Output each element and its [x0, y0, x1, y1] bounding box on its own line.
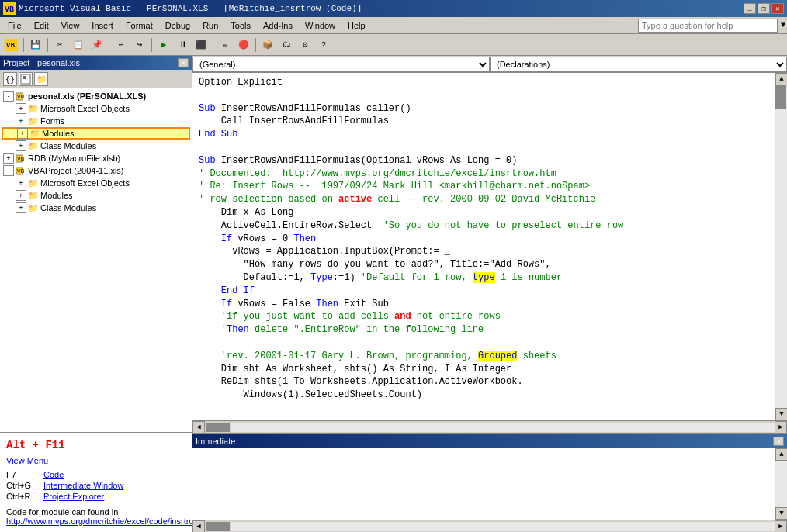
toolbar-explorer[interactable]: 🗂 [278, 36, 295, 54]
menu-addins[interactable]: Add-Ins [257, 19, 299, 32]
imm-hscroll-track[interactable] [231, 522, 775, 531]
imm-hscroll-thumb[interactable] [206, 522, 230, 531]
tree-pesonal-xls[interactable]: - VB pesonal.xls (PErSONAL.XLS) [2, 90, 190, 102]
code-line-17: End If [199, 285, 768, 298]
tree-vbaproject[interactable]: - VB VBAProject (2004-11.xls) [2, 164, 190, 177]
project-view-code[interactable]: {} [3, 72, 17, 86]
immediate-content[interactable] [192, 448, 775, 520]
tree-class-modules-1[interactable]: + 📁 Class Modules [2, 140, 190, 152]
imm-vscroll-up[interactable]: ▲ [775, 448, 787, 461]
code-line-9: ' Re: Insert Rows -- 1997/09/24 Mark Hil… [199, 180, 768, 193]
shortcut-ctrlg-desc[interactable]: Intermediate Window [43, 481, 123, 490]
imm-vscroll-track[interactable] [775, 461, 787, 507]
project-close-btn[interactable]: ✕ [178, 58, 189, 67]
imm-hscroll-left[interactable]: ◀ [192, 520, 205, 533]
expand-pesonal[interactable]: - [3, 91, 14, 102]
code-left-dropdown[interactable]: (General) [192, 57, 490, 72]
toolbar-breakpoint[interactable]: 🔴 [235, 36, 252, 54]
menu-run[interactable]: Run [196, 19, 224, 32]
info-panel: Alt + F11 View Menu F7 Code Ctrl+G Inter… [0, 432, 192, 532]
tree-class-modules-2[interactable]: + 📁 Class Modules [2, 202, 190, 214]
toolbar-help[interactable]: ? [315, 36, 332, 54]
expand-vbaproject[interactable]: - [3, 165, 14, 176]
expand-rdb[interactable]: + [3, 153, 14, 164]
menu-debug[interactable]: Debug [159, 19, 196, 32]
vscroll-thumb[interactable] [775, 85, 786, 109]
vscroll-track[interactable] [775, 85, 787, 408]
help-search-input[interactable] [638, 19, 778, 33]
menu-view[interactable]: View [55, 19, 86, 32]
toolbar-object[interactable]: 📦 [259, 36, 276, 54]
expand-excel-obj-2[interactable]: + [16, 178, 26, 188]
immediate-title-text: Immediate [196, 437, 235, 446]
toolbar-vb-icon[interactable]: VB [3, 36, 20, 54]
expand-forms[interactable]: + [16, 116, 26, 126]
code-line-4: Call InsertRowsAndFillFormulas [199, 115, 768, 128]
tree-label-modules-1: Modules [42, 129, 75, 138]
toolbar-redo[interactable]: ↪ [131, 36, 148, 54]
menu-file[interactable]: File [2, 19, 28, 32]
expand-modules-2[interactable]: + [16, 190, 26, 201]
vscroll-up[interactable]: ▲ [775, 73, 787, 85]
expand-class-2[interactable]: + [16, 202, 26, 213]
hscroll-left[interactable]: ◀ [192, 421, 205, 434]
tree-forms[interactable]: + 📁 Forms [2, 115, 190, 127]
code-line-5: End Sub [199, 128, 768, 141]
tree-modules-1[interactable]: + 📁 Modules [2, 127, 190, 140]
project-toggle-folders[interactable]: 📁 [34, 72, 48, 86]
toolbar-props[interactable]: ⚙ [296, 36, 314, 54]
rdb-icon: VB [16, 153, 26, 164]
toolbar-run[interactable]: ▶ [155, 36, 172, 54]
menu-window[interactable]: Window [299, 19, 341, 32]
code-line-6 [199, 141, 768, 154]
expand-excel-obj-1[interactable]: + [16, 103, 26, 114]
folder-icon-forms: 📁 [28, 116, 39, 126]
code-content[interactable]: Option Explicit Sub InsertRowsAndFillFor… [192, 73, 775, 420]
toolbar-cut[interactable]: ✂ [51, 36, 68, 54]
shortcut-ctrlr-desc[interactable]: Project Explorer [43, 492, 104, 501]
close-button[interactable]: ✕ [771, 3, 784, 14]
toolbar-sep-6 [255, 38, 256, 52]
code-url-link[interactable]: http://www.mvps.org/dmcritchie/excel/cod… [6, 516, 185, 526]
hscroll-thumb[interactable] [206, 423, 230, 432]
project-view-object[interactable] [19, 72, 33, 86]
tree-excel-objects-1[interactable]: + 📁 Microsoft Excel Objects [2, 102, 190, 115]
svg-text:VB: VB [17, 168, 25, 174]
code-line-19: 'if you just want to add cells and not e… [199, 310, 768, 323]
search-dropdown-icon[interactable]: ▼ [781, 21, 785, 29]
vscroll-down[interactable]: ▼ [775, 408, 787, 420]
imm-hscroll-right[interactable]: ▶ [775, 520, 787, 533]
toolbar-undo[interactable]: ↩ [113, 36, 130, 54]
tree-excel-objects-2[interactable]: + 📁 Microsoft Excel Objects [2, 177, 190, 189]
imm-vscroll-down[interactable]: ▼ [775, 507, 787, 520]
toolbar-copy[interactable]: 📋 [70, 36, 87, 54]
toolbar-design[interactable]: ✏ [217, 36, 234, 54]
code-line-8: ' Documented: http://www.mvps.org/dmcrit… [199, 168, 768, 181]
toolbar-save[interactable]: 💾 [27, 36, 44, 54]
toolbar-pause[interactable]: ⏸ [174, 36, 191, 54]
tree-modules-2[interactable]: + 📁 Modules [2, 189, 190, 202]
view-menu-link[interactable]: View Menu [6, 456, 185, 465]
immediate-close-btn[interactable]: ✕ [773, 437, 784, 446]
menu-format[interactable]: Format [120, 19, 159, 32]
expand-class-1[interactable]: + [16, 140, 26, 151]
svg-text:VB: VB [5, 5, 14, 14]
code-right-dropdown[interactable]: (Declarations) [490, 57, 787, 72]
minimize-button[interactable]: _ [744, 3, 756, 14]
hscroll-right[interactable]: ▶ [775, 421, 787, 434]
vb-icon: VB [3, 2, 16, 15]
toolbar-paste[interactable]: 📌 [88, 36, 106, 54]
shortcut-f7-desc[interactable]: Code [43, 470, 64, 479]
menu-insert[interactable]: Insert [85, 19, 120, 32]
expand-modules-1[interactable]: + [17, 128, 28, 139]
shortcut-f7-row: F7 Code [6, 470, 185, 479]
restore-button[interactable]: ❐ [758, 3, 770, 14]
folder-icon-1: 📁 [28, 103, 39, 114]
toolbar-stop[interactable]: ⬛ [192, 36, 210, 54]
hscroll-track[interactable] [231, 423, 775, 432]
menu-tools[interactable]: Tools [224, 19, 257, 32]
tree-rdb[interactable]: + VB RDB (MyMacroFile.xlsb) [2, 152, 190, 164]
menu-edit[interactable]: Edit [28, 19, 55, 32]
menu-help[interactable]: Help [341, 19, 372, 32]
svg-text:VB: VB [17, 94, 25, 99]
